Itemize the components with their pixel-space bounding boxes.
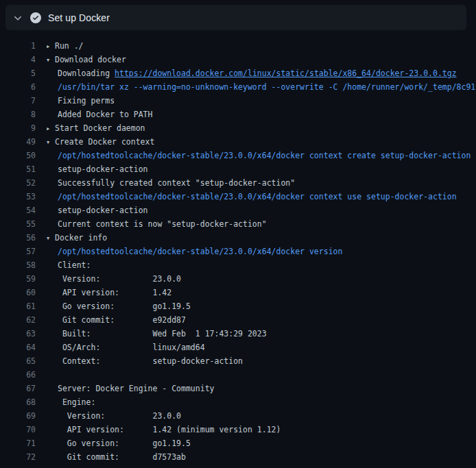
line-content: Engine:: [47, 395, 476, 409]
log-group-header[interactable]: 49▼Create Docker context: [0, 135, 476, 149]
line-text: Engine:: [58, 397, 95, 407]
log-group-header[interactable]: 4▼Download docker: [0, 53, 476, 66]
line-text: OS/Arch: linux/amd64: [58, 343, 205, 352]
chevron-expanded-icon: ▼: [47, 232, 55, 245]
line-content: Git commit: d7573ab: [47, 450, 476, 464]
line-number[interactable]: 70: [0, 423, 36, 436]
line-number[interactable]: 7: [0, 94, 36, 108]
line-number[interactable]: 63: [0, 327, 36, 341]
line-number[interactable]: 6: [0, 80, 36, 94]
log-line: 59 Version: 23.0.0: [0, 272, 476, 286]
line-content: Go version: go1.19.5: [47, 299, 476, 313]
line-content: ▼Create Docker context: [47, 135, 476, 149]
log-group-header[interactable]: 56▼Docker info: [0, 231, 476, 245]
log-line: 68 Engine:: [0, 395, 476, 409]
log-line: 69 Version: 23.0.0: [0, 409, 476, 423]
line-text: Added Docker to PATH: [58, 110, 152, 119]
line-number[interactable]: 62: [0, 313, 36, 327]
line-content: Current context is now "setup-docker-act…: [47, 217, 476, 231]
line-number[interactable]: 4: [0, 53, 36, 66]
line-content: ▼Download docker: [47, 53, 476, 66]
line-content: Added Docker to PATH: [47, 108, 476, 121]
log-line: 61 Go version: go1.19.5: [0, 299, 476, 313]
step-title: Set up Docker: [48, 12, 110, 23]
line-content: API version: 1.42: [47, 286, 476, 299]
line-number[interactable]: 54: [0, 204, 36, 217]
group-title: Create Docker context: [55, 137, 154, 147]
line-number[interactable]: 51: [0, 162, 36, 176]
line-number[interactable]: 52: [0, 176, 36, 190]
line-number[interactable]: 58: [0, 258, 36, 272]
group-title: Download docker: [55, 55, 126, 64]
command-text: /opt/hostedtoolcache/docker-stable/23.0.…: [58, 247, 342, 256]
line-content: [47, 368, 476, 382]
log-line: 54setup-docker-action: [0, 204, 476, 217]
line-content: ▶Run ./: [47, 39, 476, 53]
line-number[interactable]: 67: [0, 382, 36, 395]
line-content: Downloading https://download.docker.com/…: [47, 66, 476, 80]
line-text: API version: 1.42 (minimum version 1.12): [58, 425, 281, 434]
line-number[interactable]: 61: [0, 299, 36, 313]
line-number[interactable]: 72: [0, 450, 36, 464]
line-number[interactable]: 66: [0, 368, 36, 382]
line-text: API version: 1.42: [58, 288, 171, 297]
line-number[interactable]: 60: [0, 286, 36, 299]
chevron-collapsed-icon: ▶: [47, 40, 55, 53]
line-number[interactable]: 50: [0, 149, 36, 162]
line-content: Fixing perms: [47, 94, 476, 108]
line-number[interactable]: 68: [0, 395, 36, 409]
line-number[interactable]: 5: [0, 66, 36, 80]
chevron-collapsed-icon: ▶: [47, 122, 55, 136]
log-line: 55Current context is now "setup-docker-a…: [0, 217, 476, 231]
download-url-link[interactable]: https://download.docker.com/linux/static…: [115, 69, 457, 78]
chevron-expanded-icon: ▼: [47, 136, 55, 149]
line-number[interactable]: 59: [0, 272, 36, 286]
line-number[interactable]: 64: [0, 341, 36, 354]
line-content: /opt/hostedtoolcache/docker-stable/23.0.…: [47, 149, 476, 162]
line-content: Built: Wed Feb 1 17:43:29 2023: [47, 327, 476, 341]
line-text: Version: 23.0.0: [58, 274, 181, 284]
log-line: 51setup-docker-action: [0, 162, 476, 176]
check-circle-icon: [30, 12, 41, 23]
line-content: ▶Start Docker daemon: [47, 121, 476, 135]
line-content: Git commit: e92dd87: [47, 313, 476, 327]
log-line: 71 Go version: go1.19.5: [0, 436, 476, 450]
log-line: 50/opt/hostedtoolcache/docker-stable/23.…: [0, 149, 476, 162]
line-number[interactable]: 65: [0, 354, 36, 368]
log-line: 62 Git commit: e92dd87: [0, 313, 476, 327]
log-group-header[interactable]: 9▶Start Docker daemon: [0, 121, 476, 135]
log-line: 70 API version: 1.42 (minimum version 1.…: [0, 423, 476, 436]
line-number[interactable]: 57: [0, 245, 36, 258]
line-content: Version: 23.0.0: [47, 409, 476, 423]
log-line: 52Successfully created context "setup-do…: [0, 176, 476, 190]
log-line: 53/opt/hostedtoolcache/docker-stable/23.…: [0, 190, 476, 204]
line-number[interactable]: 55: [0, 217, 36, 231]
line-number[interactable]: 69: [0, 409, 36, 423]
line-number[interactable]: 8: [0, 108, 36, 121]
line-number[interactable]: 53: [0, 190, 36, 204]
line-content: OS/Arch: linux/amd64: [47, 341, 476, 354]
log-line: 58Client:: [0, 258, 476, 272]
line-content: /usr/bin/tar xz --warning=no-unknown-key…: [47, 80, 476, 94]
line-content: /opt/hostedtoolcache/docker-stable/23.0.…: [47, 245, 476, 258]
log-group-header[interactable]: 1▶Run ./: [0, 39, 476, 53]
line-content: setup-docker-action: [47, 162, 476, 176]
line-text: Fixing perms: [58, 96, 115, 106]
command-text: /usr/bin/tar xz --warning=no-unknown-key…: [58, 82, 475, 92]
line-content: ▼Docker info: [47, 231, 476, 245]
step-header[interactable]: Set up Docker: [5, 5, 466, 30]
line-content: Version: 23.0.0: [47, 272, 476, 286]
line-content: API version: 1.42 (minimum version 1.12): [47, 423, 476, 436]
chevron-down-icon[interactable]: [12, 12, 23, 23]
line-number[interactable]: 56: [0, 231, 36, 245]
line-text: Version: 23.0.0: [58, 411, 181, 421]
line-text: Successfully created context "setup-dock…: [58, 178, 295, 188]
line-number[interactable]: 71: [0, 436, 36, 450]
line-text: Git commit: e92dd87: [58, 315, 186, 325]
line-number[interactable]: 49: [0, 135, 36, 149]
command-text: /opt/hostedtoolcache/docker-stable/23.0.…: [58, 192, 457, 201]
line-text: Current context is now "setup-docker-act…: [58, 219, 267, 229]
group-title: Docker info: [55, 233, 107, 243]
line-number[interactable]: 1: [0, 39, 36, 53]
line-number[interactable]: 9: [0, 121, 36, 135]
